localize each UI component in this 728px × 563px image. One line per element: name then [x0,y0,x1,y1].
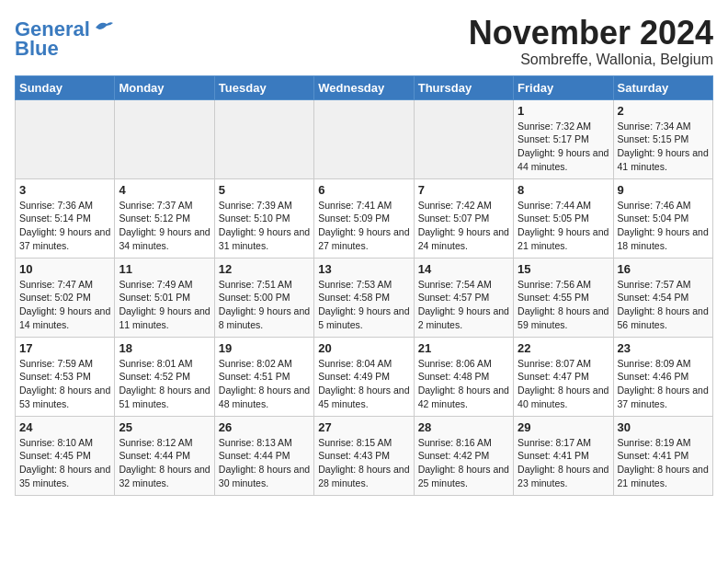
calendar-cell: 20Sunrise: 8:04 AM Sunset: 4:49 PM Dayli… [314,337,414,416]
calendar-cell: 12Sunrise: 7:51 AM Sunset: 5:00 PM Dayli… [214,258,313,337]
day-info: Sunrise: 8:15 AM Sunset: 4:43 PM Dayligh… [318,436,409,490]
day-info: Sunrise: 8:06 AM Sunset: 4:48 PM Dayligh… [418,357,509,411]
day-number: 6 [318,183,409,197]
calendar-cell: 26Sunrise: 8:13 AM Sunset: 4:44 PM Dayli… [214,416,313,495]
calendar-cell: 1Sunrise: 7:32 AM Sunset: 5:17 PM Daylig… [514,99,613,178]
weekday-header-monday: Monday [115,75,214,99]
day-number: 16 [618,262,709,276]
calendar-cell [214,99,313,178]
day-number: 4 [119,183,210,197]
day-info: Sunrise: 8:12 AM Sunset: 4:44 PM Dayligh… [119,436,210,490]
day-info: Sunrise: 7:37 AM Sunset: 5:12 PM Dayligh… [119,199,210,253]
calendar-cell: 19Sunrise: 8:02 AM Sunset: 4:51 PM Dayli… [214,337,313,416]
day-info: Sunrise: 7:49 AM Sunset: 5:01 PM Dayligh… [119,278,210,332]
day-number: 17 [19,341,110,355]
day-number: 8 [518,183,609,197]
day-number: 15 [518,262,609,276]
day-info: Sunrise: 7:34 AM Sunset: 5:15 PM Dayligh… [618,120,709,174]
calendar-cell: 7Sunrise: 7:42 AM Sunset: 5:07 PM Daylig… [414,178,513,258]
week-row-1: 1Sunrise: 7:32 AM Sunset: 5:17 PM Daylig… [16,99,713,178]
header: General Blue November 2024 Sombreffe, Wa… [15,15,713,68]
day-number: 28 [418,420,509,434]
logo-blue: Blue [15,37,59,61]
day-info: Sunrise: 7:59 AM Sunset: 4:53 PM Dayligh… [19,357,110,411]
weekday-header-row: SundayMondayTuesdayWednesdayThursdayFrid… [16,75,713,99]
day-number: 29 [518,420,609,434]
day-info: Sunrise: 7:32 AM Sunset: 5:17 PM Dayligh… [518,120,609,174]
weekday-header-friday: Friday [514,75,613,99]
day-number: 14 [418,262,509,276]
day-number: 24 [19,420,110,434]
day-info: Sunrise: 8:10 AM Sunset: 4:45 PM Dayligh… [19,436,110,490]
day-info: Sunrise: 8:09 AM Sunset: 4:46 PM Dayligh… [618,357,709,411]
day-info: Sunrise: 7:54 AM Sunset: 4:57 PM Dayligh… [418,278,509,332]
weekday-header-tuesday: Tuesday [214,75,313,99]
day-info: Sunrise: 7:39 AM Sunset: 5:10 PM Dayligh… [219,199,310,253]
weekday-header-wednesday: Wednesday [314,75,414,99]
day-number: 27 [318,420,409,434]
location-title: Sombreffe, Wallonia, Belgium [469,52,713,68]
day-number: 22 [518,341,609,355]
day-number: 26 [219,420,310,434]
day-number: 5 [219,183,310,197]
calendar-cell: 23Sunrise: 8:09 AM Sunset: 4:46 PM Dayli… [613,337,712,416]
weekday-header-thursday: Thursday [414,75,513,99]
calendar-cell: 29Sunrise: 8:17 AM Sunset: 4:41 PM Dayli… [514,416,613,495]
weekday-header-sunday: Sunday [16,75,115,99]
calendar-table: SundayMondayTuesdayWednesdayThursdayFrid… [15,75,713,496]
calendar-cell: 8Sunrise: 7:44 AM Sunset: 5:05 PM Daylig… [514,178,613,258]
calendar-cell: 10Sunrise: 7:47 AM Sunset: 5:02 PM Dayli… [16,258,115,337]
day-number: 7 [418,183,509,197]
day-number: 2 [618,104,709,118]
day-info: Sunrise: 8:07 AM Sunset: 4:47 PM Dayligh… [518,357,609,411]
day-number: 1 [518,104,609,118]
calendar-cell: 16Sunrise: 7:57 AM Sunset: 4:54 PM Dayli… [613,258,712,337]
calendar-cell: 27Sunrise: 8:15 AM Sunset: 4:43 PM Dayli… [314,416,414,495]
calendar-cell [16,99,115,178]
title-area: November 2024 Sombreffe, Wallonia, Belgi… [469,15,713,68]
day-info: Sunrise: 7:47 AM Sunset: 5:02 PM Dayligh… [19,278,110,332]
calendar-cell: 30Sunrise: 8:19 AM Sunset: 4:41 PM Dayli… [613,416,712,495]
calendar-cell: 22Sunrise: 8:07 AM Sunset: 4:47 PM Dayli… [514,337,613,416]
day-info: Sunrise: 7:53 AM Sunset: 4:58 PM Dayligh… [318,278,409,332]
day-number: 13 [318,262,409,276]
day-info: Sunrise: 8:02 AM Sunset: 4:51 PM Dayligh… [219,357,310,411]
day-number: 12 [219,262,310,276]
day-number: 9 [618,183,709,197]
calendar-cell: 28Sunrise: 8:16 AM Sunset: 4:42 PM Dayli… [414,416,513,495]
day-info: Sunrise: 7:51 AM Sunset: 5:00 PM Dayligh… [219,278,310,332]
calendar-cell: 17Sunrise: 7:59 AM Sunset: 4:53 PM Dayli… [16,337,115,416]
calendar-cell: 25Sunrise: 8:12 AM Sunset: 4:44 PM Dayli… [115,416,214,495]
day-info: Sunrise: 8:16 AM Sunset: 4:42 PM Dayligh… [418,436,509,490]
day-info: Sunrise: 7:46 AM Sunset: 5:04 PM Dayligh… [618,199,709,253]
calendar-cell: 9Sunrise: 7:46 AM Sunset: 5:04 PM Daylig… [613,178,712,258]
day-number: 20 [318,341,409,355]
week-row-4: 17Sunrise: 7:59 AM Sunset: 4:53 PM Dayli… [16,337,713,416]
day-info: Sunrise: 8:19 AM Sunset: 4:41 PM Dayligh… [618,436,709,490]
day-number: 3 [19,183,110,197]
calendar-cell [115,99,214,178]
day-number: 18 [119,341,210,355]
day-info: Sunrise: 7:42 AM Sunset: 5:07 PM Dayligh… [418,199,509,253]
day-info: Sunrise: 8:17 AM Sunset: 4:41 PM Dayligh… [518,436,609,490]
calendar-cell: 4Sunrise: 7:37 AM Sunset: 5:12 PM Daylig… [115,178,214,258]
day-number: 25 [119,420,210,434]
day-info: Sunrise: 7:41 AM Sunset: 5:09 PM Dayligh… [318,199,409,253]
day-info: Sunrise: 8:04 AM Sunset: 4:49 PM Dayligh… [318,357,409,411]
calendar-cell: 14Sunrise: 7:54 AM Sunset: 4:57 PM Dayli… [414,258,513,337]
calendar-cell: 3Sunrise: 7:36 AM Sunset: 5:14 PM Daylig… [16,178,115,258]
calendar-cell: 18Sunrise: 8:01 AM Sunset: 4:52 PM Dayli… [115,337,214,416]
day-number: 23 [618,341,709,355]
logo-bird-icon [94,18,114,37]
calendar-cell: 6Sunrise: 7:41 AM Sunset: 5:09 PM Daylig… [314,178,414,258]
weekday-header-saturday: Saturday [613,75,712,99]
calendar-cell: 11Sunrise: 7:49 AM Sunset: 5:01 PM Dayli… [115,258,214,337]
calendar-cell [314,99,414,178]
calendar-cell: 13Sunrise: 7:53 AM Sunset: 4:58 PM Dayli… [314,258,414,337]
day-number: 10 [19,262,110,276]
week-row-5: 24Sunrise: 8:10 AM Sunset: 4:45 PM Dayli… [16,416,713,495]
day-number: 21 [418,341,509,355]
day-info: Sunrise: 7:57 AM Sunset: 4:54 PM Dayligh… [618,278,709,332]
day-info: Sunrise: 8:13 AM Sunset: 4:44 PM Dayligh… [219,436,310,490]
day-info: Sunrise: 7:44 AM Sunset: 5:05 PM Dayligh… [518,199,609,253]
